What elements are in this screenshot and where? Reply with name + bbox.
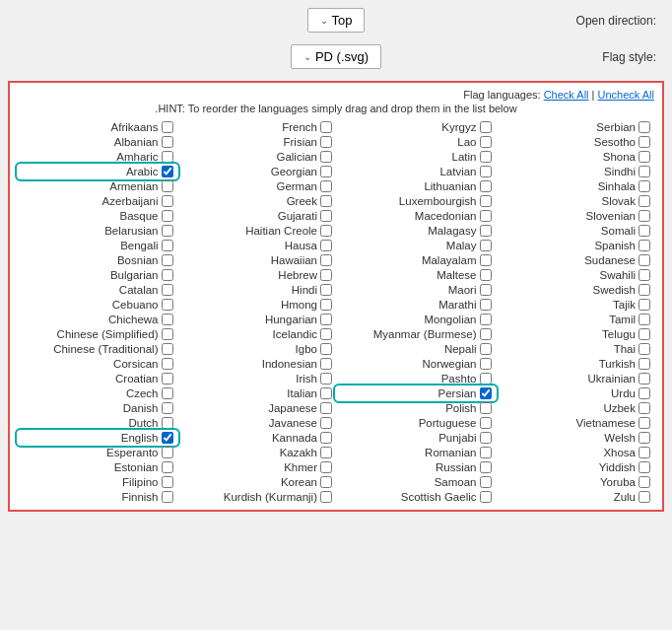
lang-checkbox[interactable] [320, 432, 332, 444]
lang-checkbox[interactable] [480, 417, 492, 429]
lang-checkbox[interactable] [320, 373, 332, 385]
lang-checkbox[interactable] [162, 240, 173, 251]
lang-checkbox[interactable] [480, 299, 492, 311]
lang-checkbox[interactable] [638, 284, 650, 296]
lang-checkbox[interactable] [320, 491, 332, 503]
lang-checkbox[interactable] [638, 432, 650, 444]
lang-checkbox[interactable] [162, 195, 173, 207]
lang-checkbox[interactable] [320, 299, 332, 311]
lang-checkbox[interactable] [638, 166, 650, 177]
lang-checkbox[interactable] [162, 121, 173, 133]
lang-checkbox[interactable] [480, 136, 492, 148]
lang-checkbox[interactable] [480, 402, 492, 414]
lang-checkbox[interactable] [162, 491, 173, 503]
lang-checkbox[interactable] [480, 195, 492, 207]
lang-checkbox[interactable] [480, 387, 492, 399]
lang-checkbox[interactable] [480, 343, 492, 355]
lang-checkbox[interactable] [162, 343, 173, 355]
lang-checkbox[interactable] [480, 254, 492, 266]
lang-checkbox[interactable] [480, 210, 492, 222]
lang-checkbox[interactable] [638, 269, 650, 281]
lang-checkbox[interactable] [162, 476, 173, 488]
lang-checkbox[interactable] [320, 166, 332, 177]
lang-checkbox[interactable] [162, 151, 173, 163]
lang-checkbox[interactable] [480, 328, 492, 340]
lang-checkbox[interactable] [320, 461, 332, 473]
lang-checkbox[interactable] [320, 225, 332, 237]
lang-checkbox[interactable] [320, 180, 332, 192]
lang-checkbox[interactable] [320, 284, 332, 296]
lang-checkbox[interactable] [320, 195, 332, 207]
lang-checkbox[interactable] [480, 432, 492, 444]
lang-checkbox[interactable] [320, 254, 332, 266]
lang-checkbox[interactable] [638, 180, 650, 192]
lang-checkbox[interactable] [162, 269, 173, 281]
lang-checkbox[interactable] [638, 358, 650, 370]
lang-checkbox[interactable] [638, 225, 650, 237]
lang-checkbox[interactable] [320, 210, 332, 222]
lang-checkbox[interactable] [638, 491, 650, 503]
lang-checkbox[interactable] [162, 210, 173, 222]
lang-checkbox[interactable] [162, 136, 173, 148]
uncheck-all-link[interactable]: Uncheck All [598, 89, 654, 101]
flag-style-button[interactable]: ⌄ PD (.svg) [291, 44, 381, 69]
lang-checkbox[interactable] [162, 299, 173, 311]
lang-checkbox[interactable] [638, 461, 650, 473]
lang-checkbox[interactable] [638, 121, 650, 133]
lang-checkbox[interactable] [162, 284, 173, 296]
lang-checkbox[interactable] [638, 447, 650, 458]
lang-checkbox[interactable] [320, 447, 332, 458]
lang-checkbox[interactable] [638, 254, 650, 266]
lang-checkbox[interactable] [320, 269, 332, 281]
open-direction-button[interactable]: ⌄ Top [307, 8, 366, 33]
lang-checkbox[interactable] [162, 180, 173, 192]
lang-checkbox[interactable] [162, 358, 173, 370]
lang-checkbox[interactable] [480, 284, 492, 296]
lang-checkbox[interactable] [162, 314, 173, 325]
lang-checkbox[interactable] [480, 180, 492, 192]
lang-checkbox[interactable] [320, 476, 332, 488]
lang-checkbox[interactable] [480, 461, 492, 473]
lang-checkbox[interactable] [480, 151, 492, 163]
lang-checkbox[interactable] [162, 402, 173, 414]
lang-checkbox[interactable] [638, 328, 650, 340]
lang-checkbox[interactable] [320, 343, 332, 355]
lang-checkbox[interactable] [162, 166, 173, 177]
lang-checkbox[interactable] [480, 121, 492, 133]
lang-checkbox[interactable] [162, 225, 173, 237]
lang-checkbox[interactable] [480, 269, 492, 281]
lang-checkbox[interactable] [638, 210, 650, 222]
lang-checkbox[interactable] [320, 402, 332, 414]
lang-checkbox[interactable] [638, 343, 650, 355]
lang-checkbox[interactable] [320, 358, 332, 370]
lang-checkbox[interactable] [320, 314, 332, 325]
lang-checkbox[interactable] [638, 387, 650, 399]
lang-checkbox[interactable] [638, 136, 650, 148]
lang-checkbox[interactable] [162, 417, 173, 429]
lang-checkbox[interactable] [480, 314, 492, 325]
lang-checkbox[interactable] [320, 136, 332, 148]
lang-checkbox[interactable] [638, 195, 650, 207]
lang-checkbox[interactable] [480, 476, 492, 488]
lang-checkbox[interactable] [480, 358, 492, 370]
lang-checkbox[interactable] [162, 373, 173, 385]
lang-checkbox[interactable] [638, 299, 650, 311]
lang-checkbox[interactable] [320, 387, 332, 399]
lang-checkbox[interactable] [320, 417, 332, 429]
lang-checkbox[interactable] [480, 447, 492, 458]
lang-checkbox[interactable] [320, 151, 332, 163]
lang-checkbox[interactable] [320, 121, 332, 133]
lang-checkbox[interactable] [638, 417, 650, 429]
lang-checkbox[interactable] [162, 461, 173, 473]
lang-checkbox[interactable] [638, 373, 650, 385]
lang-checkbox[interactable] [162, 328, 173, 340]
lang-checkbox[interactable] [480, 491, 492, 503]
lang-checkbox[interactable] [480, 225, 492, 237]
lang-checkbox[interactable] [162, 432, 173, 444]
check-all-link[interactable]: Check All [544, 89, 589, 101]
lang-checkbox[interactable] [638, 314, 650, 325]
lang-checkbox[interactable] [320, 240, 332, 251]
lang-checkbox[interactable] [162, 387, 173, 399]
lang-checkbox[interactable] [638, 476, 650, 488]
lang-checkbox[interactable] [320, 328, 332, 340]
